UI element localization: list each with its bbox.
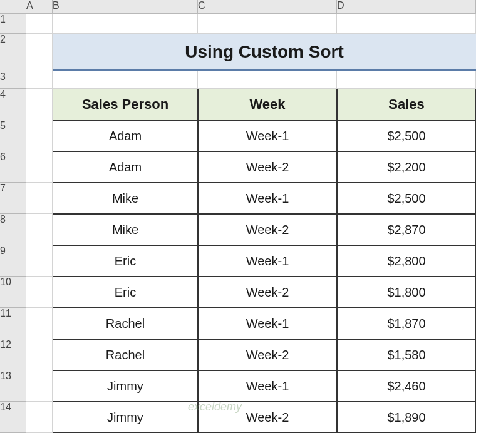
spreadsheet-grid: A B C D 1 2 Using Custom Sort 3 4 Sales … bbox=[0, 0, 481, 433]
cell-d1[interactable] bbox=[337, 14, 476, 34]
cell-a12[interactable] bbox=[26, 339, 53, 370]
table-row[interactable]: Week-1 bbox=[198, 120, 337, 151]
cell-c1[interactable] bbox=[198, 14, 337, 34]
table-row[interactable]: Week-1 bbox=[198, 183, 337, 214]
table-row[interactable]: Week-1 bbox=[198, 370, 337, 402]
table-row[interactable]: Week-2 bbox=[198, 402, 337, 433]
select-all-corner[interactable] bbox=[0, 0, 26, 14]
table-header-person[interactable]: Sales Person bbox=[53, 89, 198, 120]
table-row[interactable]: $2,800 bbox=[337, 245, 476, 277]
table-row[interactable]: $1,800 bbox=[337, 277, 476, 308]
cell-a3[interactable] bbox=[26, 71, 53, 89]
table-row[interactable]: Week-2 bbox=[198, 277, 337, 308]
row-header-6[interactable]: 6 bbox=[0, 151, 26, 183]
cell-a2[interactable] bbox=[26, 34, 53, 71]
table-row[interactable]: Jimmy bbox=[53, 370, 198, 402]
table-header-week[interactable]: Week bbox=[198, 89, 337, 120]
table-row[interactable]: Eric bbox=[53, 245, 198, 277]
cell-a14[interactable] bbox=[26, 402, 53, 433]
cell-c3[interactable] bbox=[198, 71, 337, 89]
page-title[interactable]: Using Custom Sort bbox=[53, 34, 476, 71]
cell-a5[interactable] bbox=[26, 120, 53, 151]
row-header-4[interactable]: 4 bbox=[0, 89, 26, 120]
row-header-3[interactable]: 3 bbox=[0, 71, 26, 89]
table-row[interactable]: $2,460 bbox=[337, 370, 476, 402]
row-header-8[interactable]: 8 bbox=[0, 214, 26, 245]
row-header-11[interactable]: 11 bbox=[0, 308, 26, 339]
table-row[interactable]: Adam bbox=[53, 120, 198, 151]
table-row[interactable]: $1,890 bbox=[337, 402, 476, 433]
table-row[interactable]: $2,870 bbox=[337, 214, 476, 245]
cell-a8[interactable] bbox=[26, 214, 53, 245]
cell-a4[interactable] bbox=[26, 89, 53, 120]
row-header-7[interactable]: 7 bbox=[0, 183, 26, 214]
row-header-12[interactable]: 12 bbox=[0, 339, 26, 370]
cell-a9[interactable] bbox=[26, 245, 53, 277]
col-header-c[interactable]: C bbox=[198, 0, 337, 14]
table-row[interactable]: Mike bbox=[53, 214, 198, 245]
row-header-9[interactable]: 9 bbox=[0, 245, 26, 277]
table-row[interactable]: Rachel bbox=[53, 308, 198, 339]
table-row[interactable]: Adam bbox=[53, 151, 198, 183]
cell-a7[interactable] bbox=[26, 183, 53, 214]
row-header-5[interactable]: 5 bbox=[0, 120, 26, 151]
cell-b1[interactable] bbox=[53, 14, 198, 34]
cell-d3[interactable] bbox=[337, 71, 476, 89]
row-header-13[interactable]: 13 bbox=[0, 370, 26, 402]
table-row[interactable]: $2,200 bbox=[337, 151, 476, 183]
col-header-d[interactable]: D bbox=[337, 0, 476, 14]
col-header-a[interactable]: A bbox=[26, 0, 53, 14]
cell-b3[interactable] bbox=[53, 71, 198, 89]
cell-a10[interactable] bbox=[26, 277, 53, 308]
cell-a1[interactable] bbox=[26, 14, 53, 34]
row-header-14[interactable]: 14 bbox=[0, 402, 26, 433]
table-row[interactable]: Mike bbox=[53, 183, 198, 214]
cell-a11[interactable] bbox=[26, 308, 53, 339]
row-header-2[interactable]: 2 bbox=[0, 34, 26, 71]
table-row[interactable]: Rachel bbox=[53, 339, 198, 370]
table-row[interactable]: $2,500 bbox=[337, 120, 476, 151]
row-header-10[interactable]: 10 bbox=[0, 277, 26, 308]
table-row[interactable]: Week-2 bbox=[198, 339, 337, 370]
table-row[interactable]: $1,580 bbox=[337, 339, 476, 370]
table-row[interactable]: $1,870 bbox=[337, 308, 476, 339]
cell-a6[interactable] bbox=[26, 151, 53, 183]
table-row[interactable]: Week-2 bbox=[198, 214, 337, 245]
cell-a13[interactable] bbox=[26, 370, 53, 402]
row-header-1[interactable]: 1 bbox=[0, 14, 26, 34]
col-header-b[interactable]: B bbox=[53, 0, 198, 14]
table-row[interactable]: Week-1 bbox=[198, 308, 337, 339]
table-row[interactable]: $2,500 bbox=[337, 183, 476, 214]
table-row[interactable]: Week-2 bbox=[198, 151, 337, 183]
table-header-sales[interactable]: Sales bbox=[337, 89, 476, 120]
table-row[interactable]: Eric bbox=[53, 277, 198, 308]
table-row[interactable]: Week-1 bbox=[198, 245, 337, 277]
table-row[interactable]: Jimmy bbox=[53, 402, 198, 433]
